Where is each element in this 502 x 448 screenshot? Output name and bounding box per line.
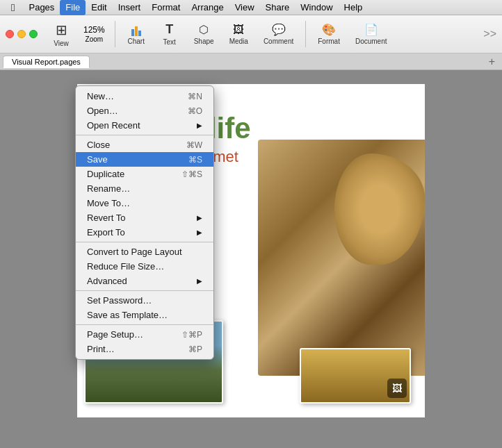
text-button[interactable]: T Text	[154, 18, 185, 50]
comment-button[interactable]: 💬 Comment	[257, 18, 300, 50]
file-menu-dropdown: New… ⌘N Open… ⌘O Open Recent ▶ Close ⌘W …	[75, 85, 214, 360]
menubar:  Pages File Edit Insert Format Arrange …	[0, 0, 502, 15]
chart-label: Chart	[127, 38, 144, 45]
media-icon: 🖼	[233, 24, 244, 36]
shape-icon: ⬡	[199, 23, 209, 36]
traffic-lights	[6, 30, 38, 38]
document-tab-label: Visual Report.pages	[12, 58, 81, 66]
zoom-control[interactable]: 125% Zoom	[79, 25, 109, 43]
arrange-menu-item[interactable]: Arrange	[186, 0, 229, 15]
giraffe-image	[258, 140, 425, 376]
toolbar: ⊞ View 125% Zoom Chart T Text ⬡ Shape 🖼 …	[0, 15, 502, 53]
format-button[interactable]: 🎨 Format	[311, 18, 346, 50]
zoom-label: Zoom	[86, 35, 104, 43]
toolbar-right: >>	[483, 28, 496, 40]
tabbar: Visual Report.pages +	[0, 53, 502, 70]
document-tab[interactable]: Visual Report.pages	[3, 56, 90, 68]
advanced-menu-item[interactable]: Advanced ▶	[76, 274, 213, 288]
more-toolbar-button[interactable]: >>	[483, 28, 496, 40]
close-window-button[interactable]	[6, 30, 14, 38]
format-menu-item[interactable]: Format	[146, 0, 186, 15]
open-recent-menu-item[interactable]: Open Recent ▶	[76, 118, 213, 133]
toolbar-sep-2	[305, 21, 306, 47]
media-label: Media	[229, 38, 248, 45]
document-button[interactable]: 📄 Document	[349, 18, 394, 50]
view-button[interactable]: ⊞ View	[46, 18, 76, 50]
comment-label: Comment	[264, 38, 293, 45]
text-label: Text	[163, 38, 176, 46]
menu-sep-3	[76, 290, 213, 291]
page-setup-menu-item[interactable]: Page Setup… ⇧⌘P	[76, 327, 213, 342]
document-label: Document	[355, 38, 387, 45]
format-label: Format	[318, 38, 340, 45]
move-to-menu-item[interactable]: Move To…	[76, 196, 213, 210]
apple-menu-item[interactable]: 	[6, 0, 20, 15]
menu-sep-1	[76, 135, 213, 135]
comment-icon: 💬	[272, 23, 286, 36]
convert-menu-item[interactable]: Convert to Page Layout	[76, 244, 213, 259]
export-to-arrow-icon: ▶	[197, 229, 202, 236]
media-button[interactable]: 🖼 Media	[223, 18, 254, 50]
pages-menu-item[interactable]: Pages	[23, 0, 60, 15]
save-menu-item[interactable]: Save ⌘S	[76, 152, 213, 167]
reduce-menu-item[interactable]: Reduce File Size…	[76, 259, 213, 274]
minimize-window-button[interactable]	[17, 30, 26, 38]
photo-library-icon[interactable]: 🖼	[387, 379, 407, 398]
maximize-window-button[interactable]	[29, 30, 38, 38]
add-tab-button[interactable]: +	[485, 56, 499, 68]
new-menu-item[interactable]: New… ⌘N	[76, 89, 213, 103]
zoom-value: 125%	[83, 25, 105, 35]
toolbar-sep-1	[115, 21, 115, 47]
save-template-menu-item[interactable]: Save as Template…	[76, 308, 213, 322]
open-recent-arrow-icon: ▶	[197, 122, 202, 129]
shape-button[interactable]: ⬡ Shape	[188, 18, 220, 50]
chart-icon	[131, 24, 141, 36]
view-icon: ⊞	[56, 22, 67, 38]
format-icon: 🎨	[322, 23, 336, 36]
rename-menu-item[interactable]: Rename…	[76, 181, 213, 196]
view-menu-item[interactable]: View	[229, 0, 260, 15]
close-menu-item[interactable]: Close ⌘W	[76, 138, 213, 152]
menu-sep-4	[76, 324, 213, 325]
duplicate-menu-item[interactable]: Duplicate ⇧⌘S	[76, 167, 213, 181]
shape-label: Shape	[194, 38, 214, 45]
edit-menu-item[interactable]: Edit	[86, 0, 112, 15]
export-to-menu-item[interactable]: Export To ▶	[76, 225, 213, 240]
set-password-menu-item[interactable]: Set Password…	[76, 293, 213, 308]
menu-sep-2	[76, 242, 213, 242]
share-menu-item[interactable]: Share	[260, 0, 295, 15]
help-menu-item[interactable]: Help	[339, 0, 369, 15]
open-menu-item[interactable]: Open… ⌘O	[76, 103, 213, 118]
revert-to-arrow-icon: ▶	[197, 214, 202, 222]
giraffe-head	[334, 154, 425, 265]
insert-menu-item[interactable]: Insert	[113, 0, 147, 15]
text-icon: T	[165, 22, 173, 37]
view-label: View	[54, 40, 69, 47]
file-menu-item[interactable]: File	[60, 0, 86, 15]
document-icon: 📄	[364, 23, 378, 36]
main-content: an Wildlife osum dolor sit amet Th 🖼 New…	[0, 70, 502, 448]
window-menu-item[interactable]: Window	[295, 0, 338, 15]
advanced-arrow-icon: ▶	[197, 277, 202, 285]
print-menu-item[interactable]: Print… ⌘P	[76, 342, 213, 356]
revert-to-menu-item[interactable]: Revert To ▶	[76, 210, 213, 225]
chart-button[interactable]: Chart	[121, 18, 152, 50]
